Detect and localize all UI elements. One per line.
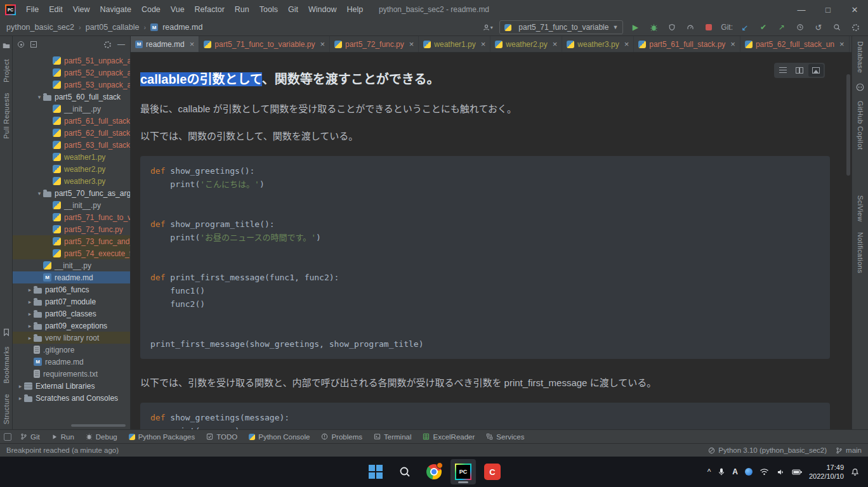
tree-item-readme-md[interactable]: Mreadme.md (13, 356, 130, 368)
battery-icon[interactable] (792, 469, 802, 476)
tool-window-button-todo[interactable]: TODO (201, 430, 242, 443)
taskbar-chrome-button[interactable] (421, 459, 447, 484)
tool-stripe-pull-requests[interactable]: Pull Requests (3, 93, 10, 139)
tool-window-button-run[interactable]: Run (46, 430, 79, 443)
taskbar-pycharm-button[interactable]: PC (450, 459, 476, 484)
tree-item-part5-70-func-as-arg[interactable]: ▾part5_70_func_as_arg (13, 187, 130, 199)
run-configuration-select[interactable]: part5_71_func_to_variable ▼ (499, 20, 623, 34)
tree-item-part5-73-func-and[interactable]: part5_73_func_and_ (13, 235, 130, 247)
debug-button[interactable] (647, 21, 660, 34)
git-push-button[interactable]: ↗ (775, 21, 788, 34)
tab-close-icon[interactable]: × (839, 39, 845, 49)
view-editor-only-icon[interactable] (775, 64, 791, 77)
tree-item-scratches-and-consoles[interactable]: ▸Scratches and Consoles (13, 392, 130, 404)
chevron-collapsed-icon[interactable]: ▸ (26, 299, 34, 305)
tool-window-button-debug[interactable]: Debug (81, 430, 122, 443)
tool-stripe-project[interactable]: Project (3, 59, 10, 82)
chevron-collapsed-icon[interactable]: ▸ (26, 323, 34, 329)
tab-close-icon[interactable]: × (730, 39, 735, 49)
tab-part5-62-full-stack-un[interactable]: part5_62_full_stack_un× (740, 36, 850, 52)
profiler-button[interactable] (684, 21, 697, 34)
pycharm-logo-icon[interactable]: PC (5, 4, 16, 15)
run-button[interactable]: ▶ (629, 21, 641, 34)
tree-item-part5-62-full-stack[interactable]: part5_62_full_stack_ (13, 127, 130, 139)
tab-part5-71-func-to-variable-py[interactable]: part5_71_func_to_variable.py× (199, 36, 330, 52)
menu-code[interactable]: Code (136, 3, 166, 16)
taskbar-red-app-button[interactable]: C (480, 459, 505, 484)
tool-stripe-sciview[interactable]: SciView (857, 195, 864, 222)
collapse-all-icon[interactable] (30, 41, 37, 48)
tab-weather1-py[interactable]: weather1.py× (419, 36, 490, 52)
settings-gear-icon[interactable] (849, 21, 862, 34)
hide-panel-icon[interactable]: — (117, 41, 125, 48)
tab-close-icon[interactable]: × (409, 39, 414, 49)
tool-window-button-python-packages[interactable]: Python Packages (124, 430, 201, 443)
tab-part5-72-func-py[interactable]: part5_72_func.py× (330, 36, 419, 52)
ime-language-indicator[interactable]: A (732, 467, 738, 476)
rollback-button[interactable]: ↺ (812, 21, 825, 34)
tool-window-button-terminal[interactable]: Terminal (369, 430, 416, 443)
chevron-collapsed-icon[interactable]: ▸ (26, 311, 34, 317)
tab-close-icon[interactable]: × (481, 39, 486, 49)
cortana-icon[interactable] (745, 468, 753, 476)
maximize-button[interactable]: □ (815, 0, 841, 19)
tree-item-requirements-txt[interactable]: requirements.txt (13, 368, 130, 380)
tree-item-part06-funcs[interactable]: ▸part06_funcs (13, 283, 130, 295)
tree-item-part5-72-func-py[interactable]: part5_72_func.py (13, 223, 130, 235)
menu-run[interactable]: Run (230, 3, 254, 16)
history-button[interactable] (794, 21, 806, 34)
tool-stripe-notifications[interactable]: Notifications (857, 232, 864, 273)
tree-item-part5-51-unpack-ar[interactable]: part5_51_unpack_ar (13, 55, 130, 67)
menu-file[interactable]: File (21, 3, 44, 16)
view-preview-only-icon[interactable] (808, 64, 824, 77)
tool-stripe-structure[interactable]: Structure (3, 394, 10, 424)
start-button[interactable] (363, 459, 388, 484)
menu-git[interactable]: Git (283, 3, 303, 16)
tool-window-button-problems[interactable]: Problems (316, 430, 367, 443)
tree-item-part5-60-full-stack[interactable]: ▾part5_60_full_stack (13, 91, 130, 103)
tool-window-button-excelreader[interactable]: ExcelReader (418, 430, 480, 443)
wifi-icon[interactable] (760, 468, 769, 476)
chevron-collapsed-icon[interactable]: ▸ (26, 287, 34, 293)
tree-item-init-py[interactable]: __init__.py (13, 199, 130, 211)
tool-window-button-python-console[interactable]: Python Console (244, 430, 315, 443)
tree-item-part5-63-full-stack[interactable]: part5_63_full_stack_ (13, 139, 130, 151)
editor-scrollbar[interactable] (846, 74, 850, 176)
menu-view[interactable]: View (68, 3, 95, 16)
tool-window-button-git[interactable]: Git (15, 430, 45, 443)
tab-readme-md[interactable]: Mreadme.md× (131, 36, 199, 52)
microphone-icon[interactable] (718, 467, 725, 476)
tree-item-external-libraries[interactable]: ▸External Libraries (13, 380, 130, 392)
taskbar-clock[interactable]: 17:49 2022/10/10 (809, 463, 844, 481)
chevron-expanded-icon[interactable]: ▾ (36, 94, 43, 100)
tree-item-part5-53-unpack-ar[interactable]: part5_53_unpack_ar (13, 79, 130, 91)
tab-close-icon[interactable]: × (320, 39, 325, 49)
user-account-icon[interactable]: ▾ (481, 21, 494, 34)
chevron-collapsed-icon[interactable]: ▸ (26, 335, 34, 341)
markdown-editor[interactable]: callableの引数として、関数等を渡すことができる。 最後に、callabl… (131, 53, 852, 429)
close-button[interactable]: ✕ (841, 0, 868, 19)
chevron-collapsed-icon[interactable]: ▸ (16, 395, 24, 401)
menu-navigate[interactable]: Navigate (95, 3, 136, 16)
tree-item-weather1-py[interactable]: weather1.py (13, 151, 130, 163)
tree-item-readme-md[interactable]: Mreadme.md (13, 271, 130, 283)
tool-stripe-github-copilot[interactable]: GitHub Copilot (857, 101, 864, 150)
tab-weather2-py[interactable]: weather2.py× (490, 36, 562, 52)
tree-item-part5-71-func-to-va[interactable]: part5_71_func_to_va (13, 211, 130, 223)
tree-item-part5-52-unpack-ar[interactable]: part5_52_unpack_ar (13, 67, 130, 79)
tool-stripe-database[interactable]: Database (857, 41, 864, 73)
tab-close-icon[interactable]: × (553, 39, 558, 49)
volume-icon[interactable] (776, 468, 785, 476)
git-branch-widget[interactable]: main (836, 446, 862, 454)
tab-weather3-py[interactable]: weather3.py× (562, 36, 634, 52)
view-split-icon[interactable] (792, 64, 807, 77)
git-update-button[interactable]: ↙ (739, 21, 751, 34)
menu-refactor[interactable]: Refactor (190, 3, 230, 16)
notification-bell-icon[interactable] (851, 468, 859, 476)
tree-item-init-py[interactable]: __init__.py (13, 103, 130, 115)
chevron-collapsed-icon[interactable]: ▸ (16, 383, 24, 389)
tree-item-part5-74-execute-fu[interactable]: part5_74_execute_fu (13, 247, 130, 259)
menu-help[interactable]: Help (341, 3, 368, 16)
tray-chevron-up-icon[interactable]: ^ (707, 467, 711, 476)
tool-window-button-services[interactable]: Services (481, 430, 529, 443)
